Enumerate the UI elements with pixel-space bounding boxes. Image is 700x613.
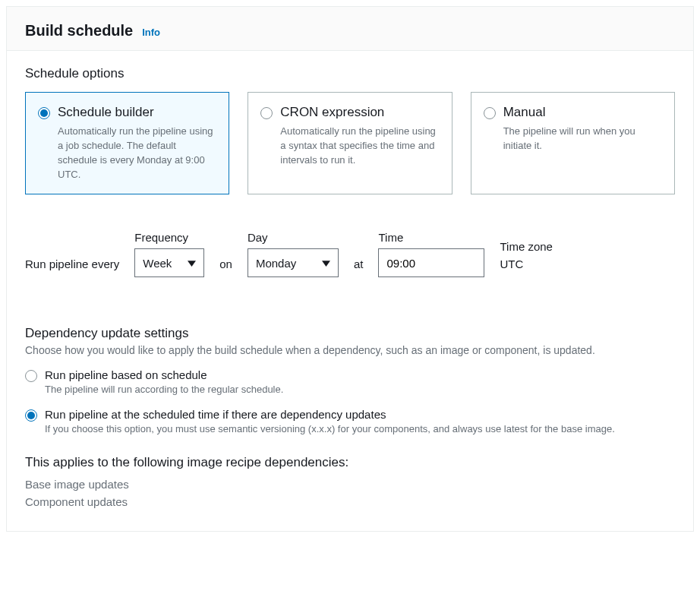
svg-marker-0	[188, 261, 196, 267]
radio-label: Run pipeline based on schedule	[45, 368, 283, 381]
time-label: Time	[378, 231, 484, 244]
dependency-option-schedule[interactable]: Run pipeline based on schedule The pipel…	[25, 368, 675, 397]
day-select[interactable]: Monday	[248, 248, 339, 277]
day-label: Day	[248, 231, 339, 244]
card-desc: Automatically run the pipeline using a s…	[280, 125, 439, 168]
card-desc: Automatically run the pipeline using a j…	[58, 125, 216, 182]
dependency-option-updates[interactable]: Run pipeline at the scheduled time if th…	[25, 408, 675, 437]
radio-icon	[38, 107, 50, 119]
on-text: on	[219, 258, 232, 277]
card-manual[interactable]: Manual The pipeline will run when you in…	[471, 92, 675, 194]
info-link[interactable]: Info	[142, 27, 160, 38]
timezone-label: Time zone	[500, 240, 552, 253]
frequency-select[interactable]: Week	[134, 248, 204, 277]
day-field: Day Monday	[248, 231, 339, 277]
radio-icon	[25, 370, 37, 382]
card-title: CRON expression	[280, 105, 439, 120]
card-cron-expression[interactable]: CRON expression Automatically run the pi…	[248, 92, 452, 194]
frequency-label: Frequency	[134, 231, 204, 244]
schedule-builder-row: Run pipeline every Frequency Week on Day…	[25, 231, 675, 277]
radio-label: Run pipeline at the scheduled time if th…	[45, 408, 615, 421]
panel-title: Build schedule	[25, 22, 133, 39]
time-field: Time	[378, 231, 484, 277]
at-text: at	[354, 258, 364, 277]
schedule-options-heading: Schedule options	[25, 66, 675, 81]
card-schedule-builder[interactable]: Schedule builder Automatically run the p…	[25, 92, 229, 194]
caret-down-icon	[188, 257, 196, 270]
dependency-heading: Dependency update settings	[25, 326, 675, 341]
time-input[interactable]	[378, 248, 484, 277]
applies-item-component: Component updates	[25, 495, 675, 508]
radio-icon	[25, 409, 37, 422]
caret-down-icon	[322, 257, 330, 270]
frequency-field: Frequency Week	[134, 231, 204, 277]
panel-body: Schedule options Schedule builder Automa…	[7, 51, 693, 531]
build-schedule-panel: Build schedule Info Schedule options Sch…	[6, 6, 694, 532]
panel-header: Build schedule Info	[7, 7, 693, 51]
day-value: Monday	[256, 257, 296, 270]
radio-desc: The pipeline will run according to the r…	[45, 383, 283, 397]
schedule-options-cards: Schedule builder Automatically run the p…	[25, 92, 675, 194]
radio-desc: If you choose this option, you must use …	[45, 422, 615, 437]
svg-marker-1	[322, 261, 330, 267]
timezone-field: Time zone UTC	[500, 240, 552, 277]
radio-icon	[484, 107, 496, 119]
card-title: Schedule builder	[58, 105, 216, 120]
radio-icon	[260, 107, 273, 119]
dependency-desc: Choose how you would like to apply the b…	[25, 344, 675, 356]
applies-heading: This applies to the following image reci…	[25, 455, 675, 470]
timezone-value: UTC	[500, 258, 552, 277]
card-title: Manual	[503, 105, 662, 120]
card-desc: The pipeline will run when you initiate …	[503, 125, 662, 153]
applies-item-base-image: Base image updates	[25, 478, 675, 491]
run-prefix-text: Run pipeline every	[25, 258, 119, 277]
frequency-value: Week	[143, 257, 172, 270]
